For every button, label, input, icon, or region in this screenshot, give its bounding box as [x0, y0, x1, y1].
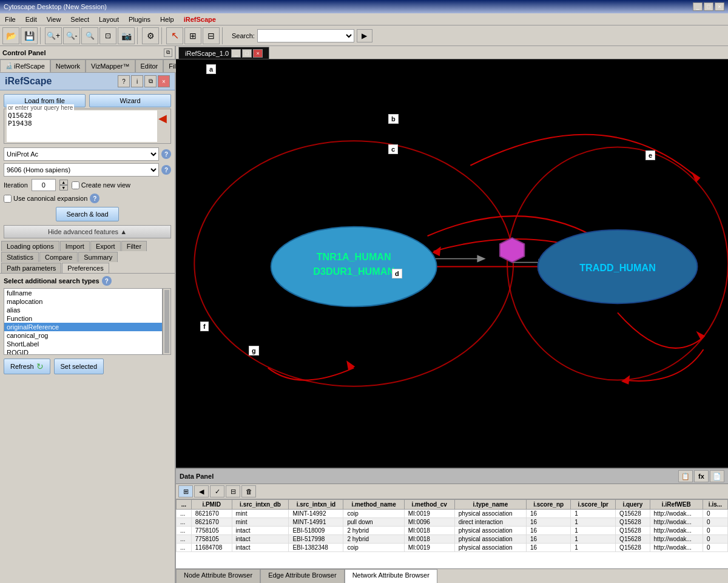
subtab-loading-options[interactable]: Loading options [1, 241, 59, 251]
dp-delete-button[interactable]: 🗑 [241, 485, 256, 497]
list-item-maplocation[interactable]: maplocation [4, 297, 162, 306]
subtab-compare[interactable]: Compare [39, 252, 78, 262]
menu-irefscape[interactable]: iRefScape [181, 15, 218, 24]
data-panel-new-button[interactable]: 📄 [710, 470, 724, 482]
preferences-button[interactable]: ⚙ [142, 27, 159, 44]
list-item-fullname[interactable]: fullname [4, 289, 162, 297]
wizard-button[interactable]: Wizard [89, 94, 171, 107]
panel-close-button[interactable]: × [158, 75, 170, 87]
tab-vizmapper[interactable]: VizMapper™ [86, 59, 135, 72]
data-panel-export-button[interactable]: 📋 [678, 470, 693, 482]
tab-minimize-button[interactable]: _ [231, 49, 241, 58]
search-go-button[interactable]: ▶ [357, 29, 372, 42]
irefscape-tab-icon: 🔬 [5, 62, 13, 69]
search-list[interactable]: fullname maplocation alias Function orig… [4, 288, 163, 355]
zoom-fit-button[interactable]: 🔍 [81, 27, 98, 44]
data-panel-fx-button[interactable]: fx [694, 470, 709, 482]
network-tab-irefscape[interactable]: iRefScape_1.0 _ □ × [178, 47, 269, 59]
tab-maximize-button[interactable]: □ [242, 49, 252, 58]
menu-edit[interactable]: Edit [23, 15, 39, 24]
create-new-view-checkbox[interactable] [72, 181, 79, 189]
query-textarea[interactable]: Q15628 P19438 [7, 110, 157, 142]
table-row[interactable]: ...8621670mintMINT-14991pull downMI:0096… [177, 518, 728, 527]
subtab-preferences[interactable]: Preferences [62, 263, 109, 273]
iteration-row: Iteration ▲ ▼ Create new view [0, 178, 175, 192]
annotation-c: c [388, 144, 398, 154]
iteration-down-button[interactable]: ▼ [59, 185, 68, 190]
search-input[interactable] [257, 29, 354, 42]
canonical-expansion-label[interactable]: Use canonical expansion [4, 195, 87, 203]
canonical-expansion-checkbox[interactable] [4, 195, 12, 203]
list-item-function[interactable]: Function [4, 314, 162, 323]
subtab-statistics[interactable]: Statistics [1, 252, 39, 262]
iteration-up-button[interactable]: ▲ [59, 180, 68, 185]
detach-button[interactable]: ⧉ [144, 75, 157, 87]
help-icon-1[interactable]: ? [161, 149, 171, 159]
menu-layout[interactable]: Layout [96, 15, 121, 24]
dp-back-button[interactable]: ◀ [194, 485, 209, 497]
list-item-shortlabel[interactable]: ShortLabel [4, 340, 162, 348]
iteration-input[interactable] [32, 179, 56, 191]
panel-float-button[interactable]: ⧉ [164, 49, 172, 57]
help-icon-search-types[interactable]: ? [102, 276, 112, 286]
dp-check-button[interactable]: ✓ [210, 485, 224, 497]
subtab-path-parameters[interactable]: Path parameters [1, 263, 61, 273]
dp-filter-button[interactable]: ⊟ [226, 485, 240, 497]
scrollbar-thumb [164, 290, 169, 353]
tab-node-attribute-browser[interactable]: Node Attribute Browser [176, 569, 260, 583]
close-button[interactable]: × [715, 2, 724, 11]
col-score-lpr: i.score_lpr [571, 500, 616, 510]
help-icon-3[interactable]: ? [90, 194, 99, 203]
search-and-load-button[interactable]: Search & load [56, 207, 118, 221]
tab-network-attribute-browser[interactable]: Network Attribute Browser [345, 569, 437, 583]
hide-advanced-features-button[interactable]: Hide advanced features [4, 225, 171, 238]
table-row[interactable]: ...11684708intactEBI-1382348coipMI:0019p… [177, 544, 728, 552]
zoom-out-button[interactable]: 🔍- [63, 27, 80, 44]
menu-view[interactable]: View [44, 15, 64, 24]
tab-close-button[interactable]: × [253, 49, 263, 58]
refresh-button[interactable]: Refresh ↻ [4, 359, 50, 374]
table-row[interactable]: ...7758105intactEBI-5179982 hybridMI:001… [177, 535, 728, 544]
species-dropdown[interactable]: 9606 (Homo sapiens) 4932 (S. cerevisiae)… [4, 163, 159, 177]
subtab-import[interactable]: Import [60, 241, 90, 251]
list-item-originalReference[interactable]: originalReference [4, 323, 162, 331]
tab-network[interactable]: Network [50, 59, 86, 72]
tab-edge-attribute-browser[interactable]: Edge Attribute Browser [260, 569, 345, 583]
open-button[interactable]: 📂 [2, 27, 19, 44]
dp-grid-button[interactable]: ⊞ [178, 485, 193, 497]
table-row[interactable]: ...7758105intactEBI-5180092 hybridMI:001… [177, 527, 728, 535]
list-item-canonical_rog[interactable]: canonical_rog [4, 331, 162, 340]
tab-editor[interactable]: Editor [135, 59, 164, 72]
hex-node[interactable] [500, 238, 524, 262]
subtab-export[interactable]: Export [90, 241, 121, 251]
zoom-selected-button[interactable]: ⊡ [99, 27, 116, 44]
help-button[interactable]: ? [118, 75, 130, 87]
create-new-view-checkbox-label[interactable]: Create new view [72, 181, 130, 189]
title-bar-controls[interactable]: _ □ × [693, 2, 724, 11]
tab-irefscape[interactable]: 🔬 iRefScape [0, 59, 50, 72]
table-row[interactable]: ...8621670mintMINT-14992coipMI:0019physi… [177, 510, 728, 518]
grid-button[interactable]: ⊟ [203, 27, 220, 44]
set-selected-button[interactable]: Set selected [54, 359, 104, 374]
help-icon-2[interactable]: ? [161, 165, 171, 175]
screenshot-button[interactable]: 📷 [118, 27, 135, 44]
menu-select[interactable]: Select [68, 15, 92, 24]
info-button[interactable]: i [131, 75, 143, 87]
zoom-in-button[interactable]: 🔍+ [45, 27, 62, 44]
menu-plugins[interactable]: Plugins [126, 15, 153, 24]
minimize-button[interactable]: _ [693, 2, 703, 11]
subtab-filter[interactable]: Filter [121, 241, 147, 251]
maximize-button[interactable]: □ [704, 2, 713, 11]
list-item-rogid[interactable]: ROGID [4, 348, 162, 355]
uniprot-dropdown[interactable]: UniProt Ac Gene name PubMed ID Taxon [4, 147, 159, 161]
menu-help[interactable]: Help [158, 15, 177, 24]
search-list-scrollbar[interactable] [163, 288, 171, 355]
layout-button[interactable]: ⊞ [184, 27, 201, 44]
data-table-wrapper[interactable]: ... i.PMID i.src_intxn_db i.src_intxn_id… [176, 499, 728, 568]
menu-file[interactable]: File [2, 15, 18, 24]
select-mode-button[interactable]: ↖ [166, 27, 183, 44]
subtab-summary[interactable]: Summary [78, 252, 118, 262]
save-button[interactable]: 💾 [21, 27, 38, 44]
list-item-alias[interactable]: alias [4, 306, 162, 314]
network-canvas[interactable]: a b c d e f g [176, 59, 728, 468]
